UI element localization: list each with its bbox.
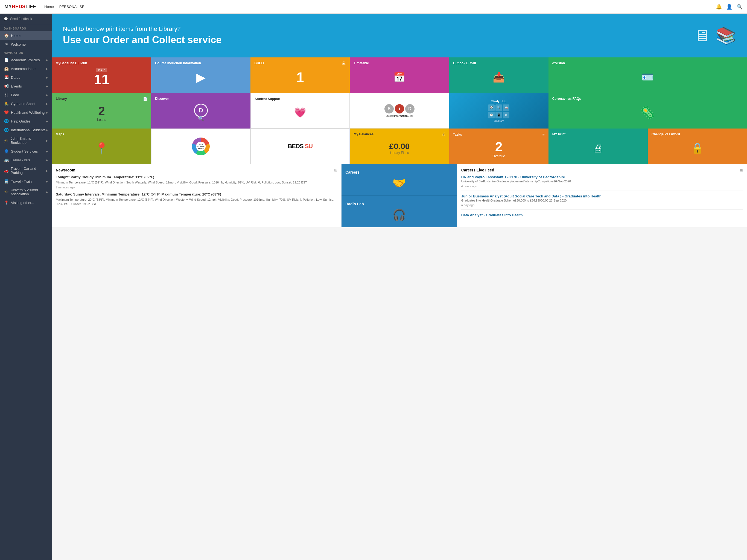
tile-timetable[interactable]: Timetable 📅 bbox=[350, 57, 449, 93]
top-nav-icons: 🔔 👤 🔍 bbox=[716, 4, 743, 10]
tile-maps[interactable]: Maps 📍 bbox=[52, 128, 151, 164]
health-icon: ❤️ bbox=[4, 110, 9, 114]
tile-course-induction[interactable]: Course Induction Information ▶ bbox=[151, 57, 251, 93]
chevron-icon: ▶ bbox=[46, 67, 48, 70]
studyhub-icon5: 📱 bbox=[495, 112, 502, 119]
tile-student-support[interactable]: Student Support 💗 bbox=[251, 93, 350, 128]
user-icon[interactable]: 👤 bbox=[726, 4, 732, 10]
sidebar-item-visiting[interactable]: 📍 Visiting other... bbox=[0, 198, 52, 207]
tile-student-info-desk[interactable]: S i D StudentInformationDesk bbox=[350, 93, 449, 128]
balances-icon: 💰 bbox=[441, 132, 445, 136]
sidebar: 💬 Send feedback DASHBOARDS 🏠 Home 👁 Welc… bbox=[0, 14, 52, 560]
tile-my-print[interactable]: MY Print 🖨 bbox=[548, 128, 648, 164]
send-feedback-button[interactable]: 💬 Send feedback bbox=[0, 14, 52, 24]
sidebar-item-student-services[interactable]: 👤 Student Services ▶ bbox=[0, 147, 52, 156]
top-nav-links: Home PERSONALISE bbox=[44, 5, 716, 9]
discover-d-circle: D bbox=[194, 104, 208, 117]
banner[interactable]: Need to borrow print items from the Libr… bbox=[52, 14, 747, 57]
tile-radio-lab[interactable]: Radio Lab 🎧 bbox=[341, 196, 457, 228]
sidebar-item-dates[interactable]: 📅 Dates ▶ bbox=[0, 73, 52, 82]
personalise-link[interactable]: PERSONALISE bbox=[59, 5, 84, 9]
change-password-title: Change Password bbox=[651, 132, 743, 136]
newsroom-item-2: Saturday: Sunny Intervals, Minimum Tempe… bbox=[56, 192, 337, 206]
maps-title: Maps bbox=[56, 132, 147, 136]
job-time-1: 4 hours ago bbox=[461, 184, 743, 188]
sidebar-item-health-wellbeing[interactable]: ❤️ Health and Wellbeing ▶ bbox=[0, 108, 52, 117]
home-label: Home bbox=[11, 34, 21, 38]
sidebar-item-travel-bus[interactable]: 🚌 Travel - Bus ▶ bbox=[0, 156, 52, 164]
newsroom-title: Newsroom bbox=[56, 168, 75, 172]
tile-breo[interactable]: BREO 🏛 1 bbox=[251, 57, 350, 93]
tile-change-password[interactable]: Change Password 🔒 bbox=[648, 128, 747, 164]
sidebar-item-gym-sport[interactable]: 🚴 Gym and Sport ▶ bbox=[0, 99, 52, 108]
sidebar-item-home[interactable]: 🏠 Home bbox=[0, 31, 52, 40]
notification-icon[interactable]: 🔔 bbox=[716, 4, 722, 10]
tile-beds-su[interactable]: BEDS SU bbox=[251, 128, 350, 164]
tile-study-hub[interactable]: Study Hub 💬 🔍 📖 🕐 📱 🖥 @Library bbox=[449, 93, 548, 128]
banner-text: Need to borrow print items from the Libr… bbox=[63, 25, 222, 46]
sidebar-item-academic-policies[interactable]: 📄 Academic Policies ▶ bbox=[0, 55, 52, 64]
sidebar-item-alumni[interactable]: 🎓 University Alumni Association ▶ bbox=[0, 186, 52, 198]
heartbeat-icon: 💗 bbox=[294, 107, 306, 119]
tasks-overdue-label: Overdue bbox=[492, 154, 505, 158]
news-headline-1: Tonight: Partly Cloudy, Minimum Temperat… bbox=[56, 175, 337, 179]
tile-outlook[interactable]: Outlook E-Mail 📥 bbox=[449, 57, 548, 93]
intl-label: International Students bbox=[11, 128, 45, 132]
sidebar-item-bookshop[interactable]: 🎓 John Smith's Bookshop ▶ bbox=[0, 134, 52, 147]
printer-icon: 🖨 bbox=[593, 143, 603, 154]
tile-bulletin[interactable]: MyBedsLife Bulletin Issue 11 bbox=[52, 57, 151, 93]
course-title: Course Induction Information bbox=[155, 61, 247, 65]
tile-my-balances[interactable]: My Balances 💰 £0.00 Library Fines bbox=[350, 128, 449, 164]
bulletin-number: 11 bbox=[94, 73, 109, 86]
logo-life: LIFE bbox=[25, 4, 36, 9]
tile-tasks[interactable]: Tasks ≡ 2 Overdue bbox=[449, 128, 548, 164]
banner-line1: Need to borrow print items from the Libr… bbox=[63, 25, 222, 32]
study-hub-sublabel: @Library bbox=[494, 120, 504, 122]
sidebar-item-welcome[interactable]: 👁 Welcome bbox=[0, 40, 52, 49]
chevron-icon: ▶ bbox=[46, 102, 48, 105]
careers-live-panel: Careers Live Feed ⊞ HR and Payroll Assis… bbox=[458, 164, 747, 227]
tile-library[interactable]: Library 📄 2 Loans bbox=[52, 93, 151, 128]
logo-my: MY bbox=[4, 4, 12, 9]
news-detail-2: Maximum Temperature: 20°C (68°F), Minimu… bbox=[56, 198, 337, 206]
studyhub-icon3: 📖 bbox=[503, 104, 509, 111]
academic-label: Academic Policies bbox=[11, 58, 40, 62]
sidebar-item-food[interactable]: 🍴 Food ▶ bbox=[0, 91, 52, 99]
job-title-3: Data Analyst - Graduates into Health bbox=[461, 213, 743, 217]
sidebar-item-travel-train[interactable]: 🚆 Travel - Train ▶ bbox=[0, 177, 52, 186]
food-label: Food bbox=[11, 93, 19, 97]
nss-inner: NSS STUDENT VOICE bbox=[196, 142, 206, 151]
chevron-icon: ▶ bbox=[46, 76, 48, 79]
news-headline-2: Saturday: Sunny Intervals, Minimum Tempe… bbox=[56, 192, 337, 196]
job-title-2: Junior Business Analyst (Adult Social Ca… bbox=[461, 194, 743, 198]
calendar-icon: 📅 bbox=[393, 71, 406, 83]
car-label: Travel - Car and Parking bbox=[11, 167, 46, 175]
careers-live-item-3: Data Analyst - Graduates into Health bbox=[461, 213, 743, 220]
careers-live-title: Careers Live Feed bbox=[461, 168, 494, 172]
search-icon[interactable]: 🔍 bbox=[737, 4, 743, 10]
studyhub-icon2: 🔍 bbox=[495, 104, 502, 111]
sidebar-item-events[interactable]: 📢 Events ▶ bbox=[0, 82, 52, 91]
tile-evision[interactable]: e:Vision 🪪 bbox=[548, 57, 747, 93]
tasks-title: Tasks bbox=[453, 133, 462, 136]
visiting-icon: 📍 bbox=[4, 200, 9, 205]
sidebar-item-travel-car-parking[interactable]: 🚗 Travel - Car and Parking ▶ bbox=[0, 164, 52, 177]
library-doc-icon: 📄 bbox=[143, 97, 147, 101]
logo[interactable]: MYBEDSLIFE bbox=[4, 4, 36, 9]
sidebar-item-international-students[interactable]: 🌐 International Students ▶ bbox=[0, 126, 52, 134]
navigation-section-title: NAVIGATION bbox=[0, 49, 52, 55]
tile-careers[interactable]: Careers 🤝 bbox=[341, 164, 457, 196]
tile-nss[interactable]: NSS STUDENT VOICE bbox=[151, 128, 251, 164]
gym-label: Gym and Sport bbox=[11, 102, 35, 106]
home-link[interactable]: Home bbox=[44, 5, 54, 9]
events-label: Events bbox=[11, 84, 22, 88]
breo-number: 1 bbox=[297, 71, 304, 84]
tile-discover[interactable]: Discover D 🔍 bbox=[151, 93, 251, 128]
sidebar-item-help-guides[interactable]: 🌐 Help Guides ▶ bbox=[0, 117, 52, 126]
chevron-icon: ▶ bbox=[46, 128, 48, 131]
sid-s: S bbox=[384, 104, 394, 113]
studyhub-icon6: 🖥 bbox=[503, 112, 509, 119]
sidebar-item-accommodation[interactable]: 🏨 Accommodation ▶ bbox=[0, 64, 52, 73]
tile-coronavirus[interactable]: Coronavirus FAQs 🦠 bbox=[548, 93, 747, 128]
news-detail-1: Minimum Temperature: 11°C (52°F), Wind D… bbox=[56, 180, 337, 185]
